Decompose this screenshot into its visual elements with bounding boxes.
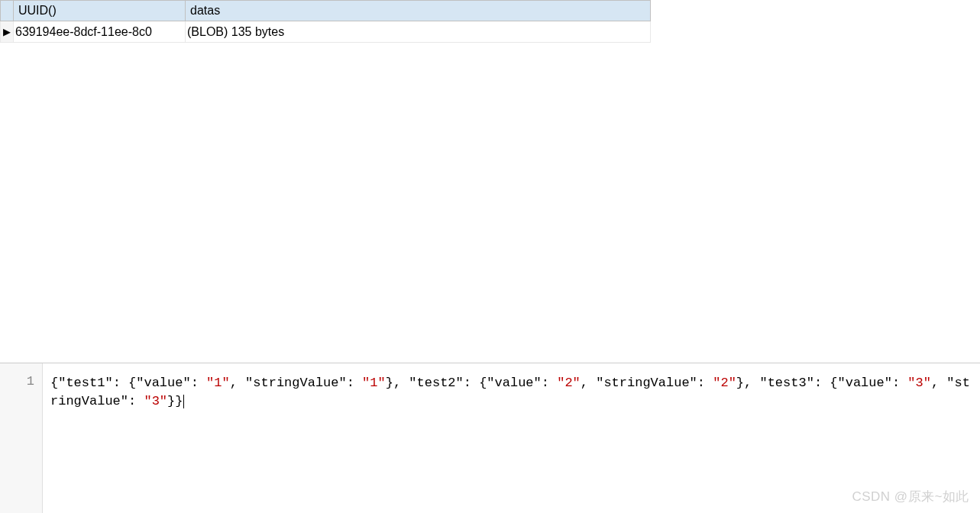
json-viewer-panel: 1 {"test1": {"value": "1", "stringValue"… (0, 363, 980, 513)
grid-header-row: UUID() datas (0, 0, 651, 21)
cell-datas[interactable]: (BLOB) 135 bytes (186, 21, 650, 42)
table-row[interactable]: ▶ 639194ee-8dcf-11ee-8c0 (BLOB) 135 byte… (0, 21, 651, 43)
cell-uuid[interactable]: 639194ee-8dcf-11ee-8c0 (14, 21, 186, 42)
line-number: 1 (0, 374, 34, 389)
result-grid[interactable]: UUID() datas ▶ 639194ee-8dcf-11ee-8c0 (B… (0, 0, 651, 43)
grid-header-rowmarker[interactable] (1, 1, 14, 21)
grid-header-datas[interactable]: datas (186, 1, 650, 21)
line-gutter: 1 (0, 363, 43, 513)
json-content[interactable]: {"test1": {"value": "1", "stringValue": … (43, 363, 980, 513)
current-row-icon: ▶ (3, 26, 11, 37)
text-caret (183, 395, 184, 408)
grid-header-uuid[interactable]: UUID() (14, 1, 186, 21)
row-marker[interactable]: ▶ (1, 21, 14, 42)
watermark: CSDN @原来~如此 (852, 488, 969, 505)
